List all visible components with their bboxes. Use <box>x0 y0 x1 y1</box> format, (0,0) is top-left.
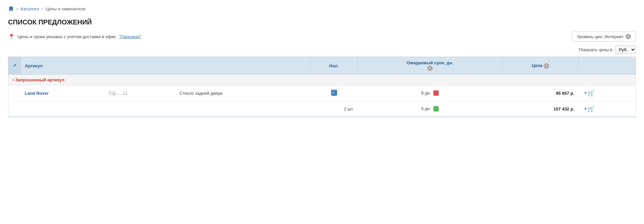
availability-color-dot-green <box>433 106 439 111</box>
home-link[interactable] <box>8 5 14 12</box>
row1-brand: Land Rover <box>21 85 105 101</box>
col-expand: ↗ <box>8 57 21 75</box>
row1-article: CQ......11 <box>105 85 175 101</box>
expand-icon[interactable]: ↗ <box>12 63 16 68</box>
row2-price: 107 432 р. <box>502 101 578 117</box>
section-label: • Запрошенный артикул <box>8 75 636 85</box>
info-bar: 📍 Цены и сроки указаны с учетом доставки… <box>8 31 636 42</box>
col-action-header <box>578 57 636 75</box>
offers-table: ↗ Артикул Нал. Ожидаемый срок, дн. i Цен… <box>8 57 636 117</box>
price-level-info-icon[interactable]: i <box>626 34 631 39</box>
currency-select[interactable]: Руб. USD EUR <box>615 46 636 54</box>
col-expected-header: Ожидаемый срок, дн. i <box>358 57 502 75</box>
row1-add-cart: +🛒 <box>578 85 636 101</box>
table-row: 2 шт. 5 дн. 107 432 р. +🛒 <box>8 101 636 117</box>
add-to-cart-button-2[interactable]: +🛒 <box>582 104 596 113</box>
row1-days: 8 дн. <box>358 85 502 101</box>
page-title: СПИСОК ПРЕДЛОЖЕНИЙ <box>8 18 636 26</box>
breadcrumb: > Каталоги > Цены и заменители <box>8 5 636 12</box>
col-price-label: Цена <box>532 63 542 68</box>
availability-check-icon <box>331 90 337 96</box>
row2-description <box>175 101 311 117</box>
row1-expand <box>8 85 21 101</box>
table-row: Land Rover CQ......11 Стекло задней двер… <box>8 85 636 101</box>
home-icon <box>8 5 14 11</box>
table-header-row: ↗ Артикул Нал. Ожидаемый срок, дн. i Цен… <box>8 57 636 75</box>
breadcrumb-sep-1: > <box>16 6 19 11</box>
currency-row: Показать цены в Руб. USD EUR <box>8 46 636 54</box>
price-level-label: Уровень цен: Интернет <box>577 34 624 39</box>
brand-link[interactable]: Land Rover <box>25 91 49 96</box>
col-expected-label: Ожидаемый срок, дн. <box>407 60 453 65</box>
row2-days: 5 дн. <box>358 101 502 117</box>
add-to-cart-button-1[interactable]: +🛒 <box>582 89 596 97</box>
availability-color-dot-red <box>433 90 439 96</box>
row2-add-cart: +🛒 <box>578 101 636 117</box>
col-article-header: Артикул <box>21 57 311 75</box>
currency-label: Показать цены в <box>579 47 612 52</box>
col-price-header: Цена i <box>502 57 578 75</box>
section-header-row: • Запрошенный артикул <box>8 75 636 85</box>
delivery-info: 📍 Цены и сроки указаны с учетом доставки… <box>8 33 141 40</box>
breadcrumb-sep-2: > <box>41 6 44 11</box>
row1-price: 95 857 р. <box>502 85 578 101</box>
pin-icon: 📍 <box>8 33 15 40</box>
row2-expand <box>8 101 21 117</box>
price-level-box: Уровень цен: Интернет i <box>572 31 636 42</box>
catalogs-link[interactable]: Каталоги <box>21 6 39 11</box>
col-price-info-icon[interactable]: i <box>544 63 549 69</box>
breadcrumb-current: Цены и заменители <box>46 6 86 11</box>
office-link[interactable]: "Парковая" <box>119 34 141 39</box>
row2-brand <box>21 101 105 117</box>
row1-description: Стекло задней двери <box>175 85 311 101</box>
col-expected-info-icon[interactable]: i <box>427 66 433 71</box>
col-availability-header: Нал. <box>310 57 358 75</box>
row1-availability <box>310 85 358 101</box>
row2-qty: 2 шт. <box>310 101 358 117</box>
delivery-text: Цены и сроки указаны с учетом доставки в… <box>17 34 116 39</box>
row2-article <box>105 101 175 117</box>
